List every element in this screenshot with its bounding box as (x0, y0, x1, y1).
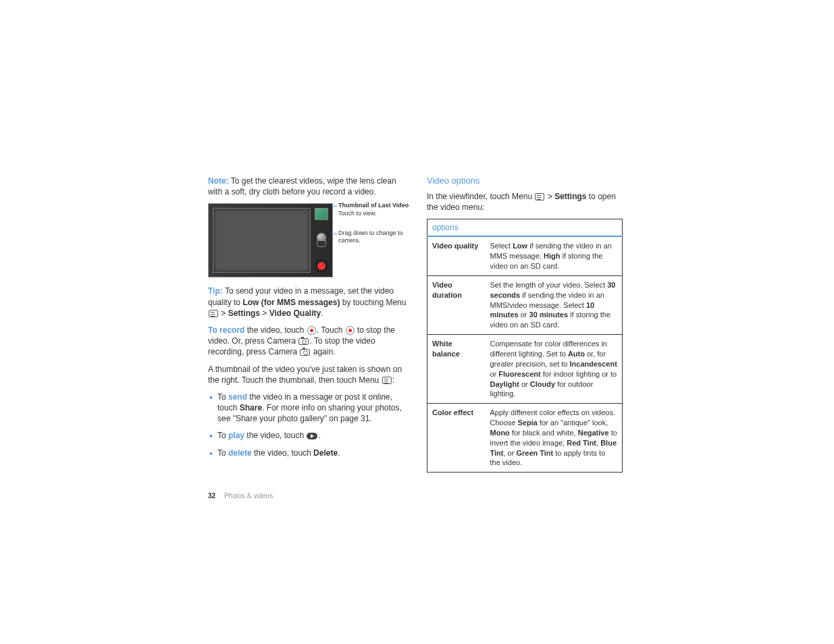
record-icon (346, 326, 355, 335)
callout-thumbnail-sub: Touch to view. (338, 210, 377, 217)
figure-callouts: Thumbnail of Last Video Touch to view. D… (338, 203, 411, 251)
option-desc: Compensate for color differences in diff… (486, 335, 623, 404)
viewfinder-figure: Thumbnail of Last Video Touch to view. D… (208, 203, 411, 277)
list-item: To play the video, touch . (208, 430, 411, 441)
record-icon (307, 326, 316, 335)
play-icon (307, 433, 317, 439)
option-desc: Select Low if sending the video in an MM… (486, 236, 623, 275)
section-name: Photos & videos (224, 492, 273, 500)
menu-icon (535, 193, 544, 200)
tip-paragraph: Tip: To send your video in a message, se… (208, 286, 411, 319)
option-desc: Apply different color effects on videos.… (486, 404, 623, 473)
callout-thumbnail-title: Thumbnail of Last Video (338, 202, 409, 209)
list-item: To delete the video, touch Delete. (208, 448, 411, 458)
option-name: Color effect (427, 404, 486, 473)
thumbnail-paragraph: A thumbnail of the video you've just tak… (208, 364, 411, 385)
option-name: Video quality (427, 236, 486, 275)
right-column: Video options In the viewfinder, touch M… (427, 176, 623, 473)
table-row: Video quality Select Low if sending the … (427, 236, 623, 275)
viewfinder (213, 208, 311, 273)
option-name: White balance (427, 335, 486, 404)
mode-slider[interactable] (317, 233, 326, 247)
note-text: To get the clearest videos, wipe the len… (208, 176, 396, 196)
intro-paragraph: In the viewfinder, touch Menu > Settings… (427, 191, 623, 213)
slider-base-icon (317, 240, 326, 247)
table-row: White balance Compensate for color diffe… (427, 335, 623, 404)
viewfinder-controls (311, 208, 328, 273)
callout-slider: Drag down to change to camera. (338, 230, 403, 244)
table-row: Color effect Apply different color effec… (427, 404, 623, 473)
page-number: 32 (208, 492, 215, 500)
options-table: options Video quality Select Low if send… (427, 219, 623, 473)
record-button[interactable] (315, 259, 328, 273)
left-column: Note: To get the clearest videos, wipe t… (208, 176, 411, 473)
record-paragraph: To record the video, touch . Touch to st… (208, 325, 411, 358)
menu-icon (382, 377, 392, 384)
options-header: options (427, 219, 623, 237)
record-label: To record (208, 325, 244, 335)
note-label: Note: (208, 176, 229, 186)
note-paragraph: Note: To get the clearest videos, wipe t… (208, 176, 411, 197)
page-footer: 32 Photos & videos (208, 492, 273, 500)
action-list: To send the video in a message or post i… (208, 392, 411, 458)
menu-icon (209, 310, 218, 317)
option-name: Video duration (427, 275, 486, 334)
list-item: To send the video in a message or post i… (208, 392, 411, 425)
last-video-thumbnail[interactable] (315, 208, 328, 220)
section-heading: Video options (427, 176, 623, 186)
phone-frame (208, 203, 333, 277)
tip-label: Tip: (208, 286, 223, 296)
table-row: Video duration Set the length of your vi… (427, 275, 623, 334)
camera-icon (298, 338, 309, 345)
camera-icon (300, 349, 310, 356)
option-desc: Set the length of your video. Select 30 … (486, 275, 623, 334)
